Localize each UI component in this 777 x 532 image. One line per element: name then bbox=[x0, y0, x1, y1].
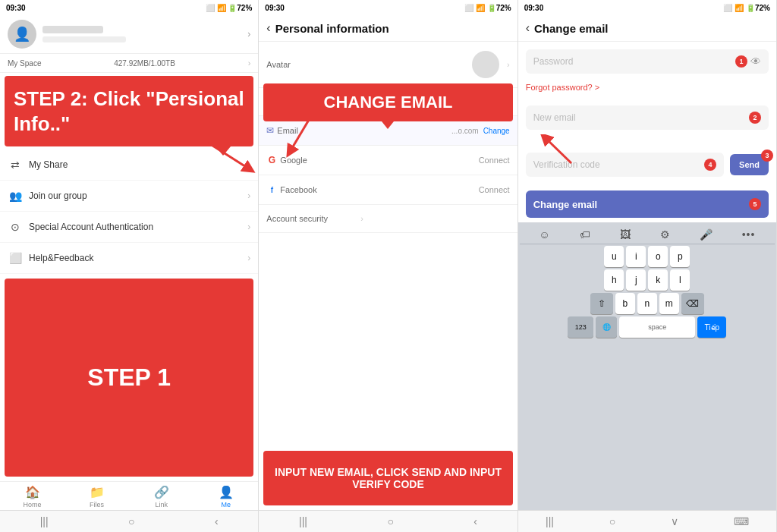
change-email-header: ‹ Change email bbox=[518, 15, 776, 42]
keyboard-row-3: ⇧ b n m ⌫ bbox=[520, 293, 775, 314]
avatar-row[interactable]: Avatar › bbox=[259, 42, 517, 88]
keyboard-row-1: u i o p bbox=[520, 246, 775, 267]
status-icons-2: ⬜ 📶 🔋72% bbox=[464, 4, 511, 12]
change-email-label: CHANGE EMAIL bbox=[324, 93, 453, 112]
status-bar-3: 09:30 ⬜ 📶 🔋72% bbox=[518, 0, 776, 15]
panel1-my-space: 09:30 ⬜ 📶 🔋72% 👤 › My Space 427.92MB/1.0… bbox=[0, 0, 259, 532]
space-key[interactable]: space bbox=[619, 316, 695, 338]
security-chevron: › bbox=[360, 214, 363, 223]
more-icon[interactable]: ••• bbox=[742, 228, 756, 241]
help-chevron: › bbox=[247, 253, 250, 263]
microphone-icon[interactable]: 🎤 bbox=[700, 228, 713, 241]
storage-chevron: › bbox=[248, 58, 251, 68]
emoji-icon[interactable]: ☺ bbox=[539, 228, 549, 241]
nav-home-label: Home bbox=[24, 501, 42, 508]
sticker-icon[interactable]: 🏷 bbox=[580, 228, 590, 241]
svg-line-0 bbox=[208, 143, 250, 169]
group-icon: 👥 bbox=[8, 188, 23, 203]
nav-link-label: Link bbox=[155, 501, 168, 508]
home-icon: 🏠 bbox=[25, 485, 40, 499]
status-icons-1: ⬜ 📶 🔋72% bbox=[206, 4, 253, 12]
badge-5: 5 bbox=[749, 198, 761, 210]
key-m[interactable]: m bbox=[659, 293, 679, 314]
tiep-key[interactable]: Tiếp bbox=[697, 316, 726, 338]
language-key[interactable]: 🌐 bbox=[596, 316, 617, 338]
key-p[interactable]: p bbox=[670, 246, 690, 267]
numbers-key[interactable]: 123 bbox=[568, 316, 593, 338]
keyboard-row-4: 123 🌐 space Tiếp bbox=[520, 316, 775, 338]
key-n[interactable]: n bbox=[637, 293, 657, 314]
share-icon: ⇄ bbox=[8, 157, 23, 172]
step2-label: STEP 2: Click "Persional Info.." bbox=[14, 87, 244, 135]
personal-info-content: Avatar › Nickname IZMAZE › ✉ Email ...o.… bbox=[259, 42, 517, 510]
step1-label: STEP 1 bbox=[87, 364, 171, 392]
key-i[interactable]: i bbox=[626, 246, 646, 267]
menu-item-help[interactable]: ⬜ Help&Feedback › bbox=[0, 243, 258, 274]
sys-home-icon-2: ○ bbox=[379, 514, 401, 529]
panel2-personal-info: 09:30 ⬜ 📶 🔋72% ‹ Personal information Av… bbox=[259, 0, 517, 532]
nav-home[interactable]: 🏠 Home bbox=[0, 485, 64, 508]
avatar: 👤 bbox=[8, 20, 36, 49]
facebook-row[interactable]: f Facebook Connect bbox=[259, 175, 517, 205]
change-email-title: Change email bbox=[534, 22, 609, 35]
user-info bbox=[42, 26, 247, 42]
email-change-action[interactable]: Change bbox=[483, 127, 510, 135]
step3-label: INPUT NEW EMAIL, CLICK SEND AND INPUT VE… bbox=[275, 466, 502, 490]
key-k[interactable]: k bbox=[648, 269, 668, 291]
key-l[interactable]: l bbox=[670, 269, 690, 291]
key-h[interactable]: h bbox=[604, 269, 624, 291]
facebook-connect[interactable]: Connect bbox=[333, 185, 509, 194]
key-j[interactable]: j bbox=[626, 269, 646, 291]
my-space-label: My Space bbox=[8, 59, 41, 68]
back-icon-3[interactable]: ‹ bbox=[526, 21, 530, 35]
svg-line-1 bbox=[290, 120, 309, 152]
key-b[interactable]: b bbox=[615, 293, 635, 314]
change-email-btn-label: Change email bbox=[533, 199, 598, 210]
new-email-arrow-icon bbox=[533, 134, 579, 165]
image-icon[interactable]: 🖼 bbox=[620, 228, 631, 241]
new-email-field[interactable]: New email bbox=[533, 112, 746, 123]
status-bar-1: 09:30 ⬜ 📶 🔋72% bbox=[0, 0, 258, 15]
change-email-overlay: CHANGE EMAIL bbox=[263, 83, 512, 121]
storage-row: My Space 427.92MB/1.00TB › bbox=[0, 54, 258, 73]
join-chevron: › bbox=[247, 190, 250, 201]
nav-link[interactable]: 🔗 Link bbox=[129, 485, 193, 508]
google-connect[interactable]: Connect bbox=[333, 156, 509, 165]
facebook-icon: f bbox=[266, 184, 277, 195]
status-bar-2: 09:30 ⬜ 📶 🔋72% bbox=[259, 0, 517, 15]
key-o[interactable]: o bbox=[648, 246, 668, 267]
time-2: 09:30 bbox=[265, 4, 285, 12]
nav-files[interactable]: 📁 Files bbox=[64, 485, 129, 508]
key-shift[interactable]: ⇧ bbox=[590, 293, 613, 314]
delete-key[interactable]: ⌫ bbox=[681, 293, 704, 314]
new-email-group: New email 2 bbox=[518, 98, 776, 136]
sys-menu-icon-3: ||| bbox=[538, 514, 562, 529]
special-auth-label: Special Account Authentication bbox=[29, 222, 153, 232]
email-blur bbox=[42, 36, 126, 42]
key-u[interactable]: u bbox=[604, 246, 624, 267]
system-nav-1: ||| ○ ‹ bbox=[0, 510, 258, 532]
back-icon-2[interactable]: ‹ bbox=[266, 21, 270, 35]
system-nav-2: ||| ○ ‹ bbox=[259, 510, 517, 532]
settings-gear-icon[interactable]: ⚙ bbox=[660, 228, 670, 241]
personal-info-header: ‹ Personal information bbox=[259, 15, 517, 42]
password-wrap: Password 1 👁 bbox=[526, 49, 769, 74]
avatar-thumb bbox=[472, 51, 499, 78]
forgot-password-link[interactable]: Forgot password? > bbox=[518, 80, 776, 98]
nav-me[interactable]: 👤 Me bbox=[193, 485, 258, 508]
panel3-change-email: 09:30 ⬜ 📶 🔋72% ‹ Change email Password 1… bbox=[518, 0, 777, 532]
password-field[interactable]: Password bbox=[533, 56, 732, 67]
profile-header[interactable]: 👤 › bbox=[0, 15, 258, 54]
step2-arrow-icon bbox=[200, 139, 259, 177]
header-chevron: › bbox=[247, 29, 250, 39]
menu-item-join-group[interactable]: 👥 Join our group › bbox=[0, 181, 258, 212]
account-security-row[interactable]: Account security › bbox=[259, 205, 517, 233]
menu-item-special-auth[interactable]: ⊙ Special Account Authentication › bbox=[0, 212, 258, 243]
change-email-arrow-icon bbox=[286, 120, 347, 158]
my-share-label: My Share bbox=[29, 159, 68, 170]
time-1: 09:30 bbox=[6, 4, 26, 12]
eye-icon[interactable]: 👁 bbox=[750, 55, 761, 68]
change-email-button[interactable]: Change email 5 bbox=[526, 190, 769, 218]
nav-me-label: Me bbox=[222, 501, 231, 508]
facebook-label: Facebook bbox=[280, 185, 333, 194]
